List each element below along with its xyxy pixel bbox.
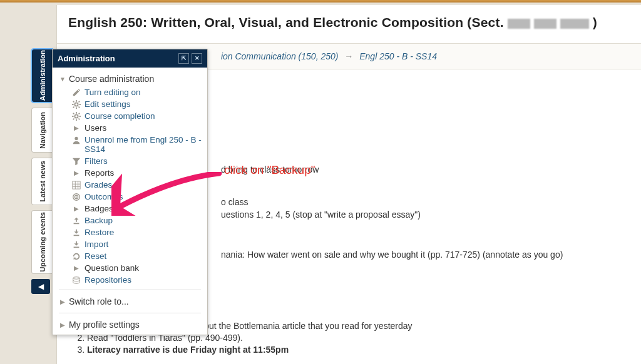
chevron-right-icon xyxy=(59,298,66,305)
target-icon xyxy=(71,192,81,201)
dock-tab-label: Latest news xyxy=(39,161,46,202)
admin-item-label: Reset xyxy=(85,251,106,261)
dock-tab-label: Administration xyxy=(39,50,46,101)
task-item: Literacy narrative is due Friday night a… xyxy=(87,345,626,355)
svg-point-18 xyxy=(74,136,78,139)
dock-tab-label: Upcoming events xyxy=(39,212,46,272)
dock-tab-administration[interactable]: Administration xyxy=(31,49,53,103)
top-stripe xyxy=(0,0,641,3)
download-icon xyxy=(71,240,81,249)
pencil-icon xyxy=(71,88,81,97)
admin-item-filters[interactable]: Filters xyxy=(69,155,205,167)
switch-role-node[interactable]: Switch role to... xyxy=(55,294,205,309)
tri-icon xyxy=(71,168,81,178)
svg-rect-29 xyxy=(73,246,79,248)
dock-tab-navigation[interactable]: Navigation xyxy=(31,108,53,153)
admin-item-question-bank[interactable]: Question bank xyxy=(69,262,205,274)
panel-title: Administration xyxy=(58,54,115,63)
admin-tree: Turn editing onEdit settingsCourse compl… xyxy=(55,86,205,286)
switch-role-label: Switch role to... xyxy=(69,296,129,306)
svg-point-30 xyxy=(73,276,79,279)
admin-item-grades[interactable]: Grades xyxy=(69,179,205,191)
funnel-icon xyxy=(71,156,81,166)
admin-item-restore[interactable]: Restore xyxy=(69,226,205,238)
upload-icon xyxy=(71,216,81,225)
admin-item-backup[interactable]: Backup xyxy=(69,215,205,226)
tri-icon xyxy=(71,204,81,213)
page-title: English 250: Written, Oral, Visual, and … xyxy=(68,15,630,32)
admin-item-label: Outcomes xyxy=(85,192,123,201)
svg-line-17 xyxy=(73,118,74,119)
svg-line-16 xyxy=(78,113,79,114)
grid-icon xyxy=(71,180,81,190)
svg-line-7 xyxy=(78,101,79,102)
admin-item-label: Users xyxy=(85,123,106,133)
admin-item-label: Restore xyxy=(85,228,114,237)
breadcrumb-link-1[interactable]: ion Communication (150, 250) xyxy=(221,51,339,61)
dock-tab-upcoming-events[interactable]: Upcoming events xyxy=(31,210,53,274)
panel-close-icon[interactable]: ✕ xyxy=(192,53,202,64)
admin-item-outcomes[interactable]: Outcomes xyxy=(69,191,205,203)
user-icon xyxy=(71,135,81,144)
gear-icon xyxy=(71,111,81,121)
admin-item-reset[interactable]: Reset xyxy=(69,250,205,262)
panel-header: Administration ⇱ ✕ xyxy=(53,49,207,68)
svg-rect-28 xyxy=(73,235,79,236)
admin-item-label: Grades xyxy=(85,180,112,190)
svg-line-14 xyxy=(73,113,74,114)
my-profile-settings-label: My profile settings xyxy=(69,320,140,330)
svg-line-8 xyxy=(73,106,74,108)
svg-rect-19 xyxy=(72,181,79,188)
admin-item-repositories[interactable]: Repositories xyxy=(69,274,205,286)
admin-item-label: Import xyxy=(85,240,108,249)
dock-tab-latest-news[interactable]: Latest news xyxy=(31,158,53,205)
content-fragment-2: o class xyxy=(221,197,626,207)
page-title-suffix: ) xyxy=(593,15,597,29)
admin-item-label: Repositories xyxy=(85,275,131,285)
chevron-left-icon: ◀ xyxy=(38,282,44,291)
svg-line-15 xyxy=(78,118,79,119)
dock-tab-label: Navigation xyxy=(39,112,46,149)
page-title-prefix: English 250: Written, Oral, Visual, and … xyxy=(68,15,508,29)
refresh-icon xyxy=(71,251,81,261)
svg-point-26 xyxy=(76,196,77,198)
my-profile-settings-node[interactable]: My profile settings xyxy=(55,317,205,332)
admin-item-label: Reports xyxy=(85,168,114,178)
admin-item-label: Turn editing on xyxy=(85,88,141,97)
panel-move-icon[interactable]: ⇱ xyxy=(178,53,189,64)
course-administration-label: Course administration xyxy=(69,74,154,84)
content-fragment-4: nania: How water went on sale and why we… xyxy=(221,250,626,260)
breadcrumb-separator: → xyxy=(344,51,353,61)
admin-item-course-completion[interactable]: Course completion xyxy=(69,110,205,122)
dock-collapse-button[interactable]: ◀ xyxy=(31,279,50,294)
svg-line-5 xyxy=(73,101,74,102)
gear-icon xyxy=(71,99,81,109)
admin-item-import[interactable]: Import xyxy=(69,238,205,250)
annotation-label: click on "Backup" xyxy=(224,163,315,177)
admin-item-label: Unenrol me from Engl 250 - B - SS14 xyxy=(85,135,202,154)
chevron-right-icon xyxy=(59,321,66,328)
tri-icon xyxy=(71,263,81,273)
course-administration-node[interactable]: Course administration xyxy=(55,71,205,86)
svg-point-9 xyxy=(74,114,78,118)
svg-point-0 xyxy=(74,103,78,106)
admin-item-turn-editing-on[interactable]: Turn editing on xyxy=(69,86,205,98)
admin-item-label: Edit settings xyxy=(85,99,131,109)
chevron-down-icon xyxy=(59,76,66,83)
administration-panel: Administration ⇱ ✕ Course administration… xyxy=(52,49,208,335)
dock: Administration Navigation Latest news Up… xyxy=(31,49,53,294)
admin-item-badges[interactable]: Badges xyxy=(69,203,205,215)
page-title-redacted xyxy=(508,17,593,32)
admin-item-label: Course completion xyxy=(85,111,155,121)
breadcrumb-link-2[interactable]: Engl 250 - B - SS14 xyxy=(359,51,437,61)
admin-item-edit-settings[interactable]: Edit settings xyxy=(69,98,205,110)
svg-line-6 xyxy=(78,106,79,108)
page-title-bar: English 250: Written, Oral, Visual, and … xyxy=(57,5,641,44)
admin-item-reports[interactable]: Reports xyxy=(69,167,205,179)
svg-rect-27 xyxy=(73,223,79,224)
admin-item-unenrol-me-from-engl-250-b-ss14[interactable]: Unenrol me from Engl 250 - B - SS14 xyxy=(69,134,205,155)
admin-item-users[interactable]: Users xyxy=(69,122,205,134)
stack-icon xyxy=(71,275,81,285)
admin-item-label: Badges xyxy=(85,204,113,213)
admin-item-label: Question bank xyxy=(85,263,139,273)
